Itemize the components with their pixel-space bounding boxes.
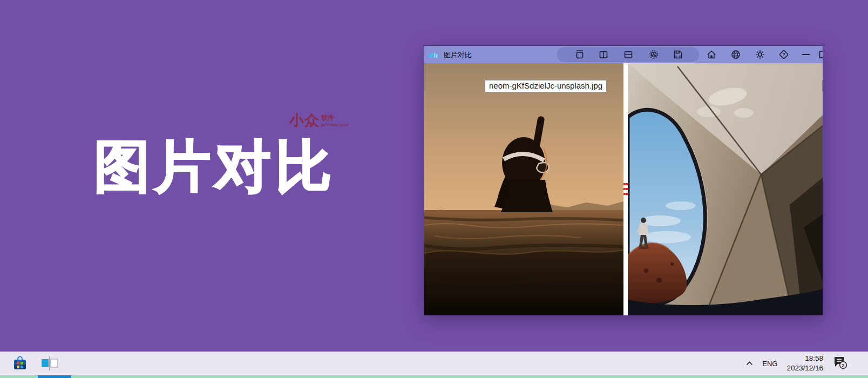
app-logo-icon <box>430 51 438 61</box>
save-icon[interactable] <box>673 49 683 60</box>
left-image-pane[interactable]: neom-gKfSdzielJc-unsplash.jpg <box>424 63 623 315</box>
single-view-icon[interactable] <box>574 49 585 60</box>
logo-text-primary: 小众 <box>289 113 320 128</box>
svg-text:?: ? <box>782 52 785 57</box>
split-horizontal-icon[interactable] <box>623 49 634 60</box>
active-app-underline <box>38 375 71 378</box>
image-compare-window: 图片对比 ? <box>424 45 823 315</box>
comparison-canvas: neom-gKfSdzielJc-unsplash.jpg <box>424 63 823 315</box>
comparison-divider[interactable] <box>623 63 628 315</box>
page-title: 图片对比 <box>94 130 336 205</box>
brightness-icon[interactable] <box>755 49 765 60</box>
left-photo-illustration <box>424 63 623 315</box>
window-title: 图片对比 <box>444 50 472 60</box>
clock-date: 2023/12/16 <box>786 363 823 373</box>
image-compare-app-icon[interactable] <box>40 356 59 373</box>
clock-time: 18:58 <box>786 354 823 363</box>
screen-bottom-strip <box>0 375 868 378</box>
right-photo-illustration <box>628 63 823 315</box>
microsoft-store-icon[interactable] <box>12 355 28 374</box>
taskbar-clock[interactable]: 18:58 2023/12/16 <box>786 354 823 373</box>
right-filename-label: neom-EblvcXzgU4s-unsplash.jpg <box>822 80 823 92</box>
logo-domain: APPINN.com <box>321 123 349 127</box>
split-vertical-icon[interactable] <box>598 49 609 60</box>
globe-icon[interactable] <box>730 49 741 60</box>
settings-gear-icon[interactable] <box>648 49 659 60</box>
home-icon[interactable] <box>706 49 717 60</box>
language-indicator[interactable]: ENG <box>762 360 777 368</box>
left-filename-label: neom-gKfSdzielJc-unsplash.jpg <box>485 80 607 92</box>
window-titlebar: 图片对比 ? <box>424 46 823 63</box>
right-image-pane[interactable]: neom-EblvcXzgU4s-unsplash.jpg <box>628 63 823 315</box>
maximize-icon[interactable] <box>818 49 823 60</box>
divider-handle-icon[interactable] <box>623 183 628 195</box>
show-hidden-icons-chevron[interactable] <box>746 361 753 366</box>
help-icon[interactable]: ? <box>778 49 789 60</box>
minimize-icon[interactable] <box>801 49 811 60</box>
system-tray: ENG 18:58 2023/12/16 2 <box>746 352 847 375</box>
logo-text-secondary: 软件 <box>321 114 349 122</box>
notification-badge: 2 <box>842 362 844 368</box>
appinn-logo: 小众 软件 APPINN.com <box>289 113 349 128</box>
taskbar: ENG 18:58 2023/12/16 2 <box>0 352 868 375</box>
notifications-icon[interactable]: 2 <box>832 355 847 372</box>
